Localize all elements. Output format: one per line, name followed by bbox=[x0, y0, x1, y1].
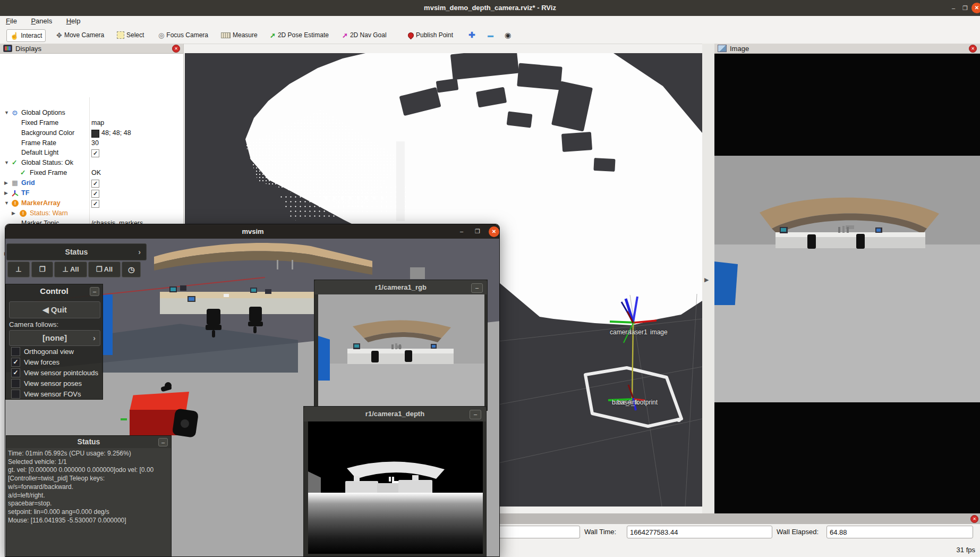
tree-row-fixed-frame-status[interactable]: ✓ Fixed Frame OK bbox=[0, 168, 183, 178]
green-arrow-icon: ➚ bbox=[270, 32, 276, 39]
window-titlebar: mvsim_demo_depth_camera.rviz* - RViz – ❐… bbox=[0, 0, 980, 16]
rgb-desk-items bbox=[395, 343, 397, 349]
status-log-lines: Time: 01min 05.992s (CPU usage: 9.256%) … bbox=[8, 450, 169, 556]
tree-row-global-status[interactable]: ▼ ✓ Global Status: Ok bbox=[0, 158, 183, 168]
orthogonal-view-checkbox[interactable] bbox=[11, 347, 20, 356]
camera-view-button[interactable]: ◉ bbox=[501, 29, 514, 41]
depth-desk-shape bbox=[345, 481, 378, 494]
interact-button[interactable]: ☝ Interact bbox=[6, 29, 46, 42]
collapse-arrow-icon[interactable]: ▶ bbox=[704, 276, 709, 283]
image-panel-header[interactable]: Image bbox=[714, 44, 980, 54]
camera-rgb-minimize-button[interactable]: – bbox=[471, 283, 483, 293]
default-light-checkbox[interactable]: ✓ bbox=[91, 149, 99, 157]
clock-button[interactable]: ◷ bbox=[122, 261, 141, 277]
camera-depth-title: r1/camera1_depth bbox=[304, 407, 486, 421]
grid-checkbox[interactable]: ✓ bbox=[91, 180, 99, 188]
rgb-desk-top bbox=[347, 349, 454, 353]
view-sensor-fovs-checkbox[interactable] bbox=[11, 390, 20, 399]
tree-row-tf[interactable]: ▶ TF ✓ bbox=[0, 188, 183, 198]
mvsim-minimize-icon[interactable]: – bbox=[457, 227, 466, 235]
hand-pointer-icon: ☝ bbox=[10, 32, 19, 39]
status-log-panel: Status – Time: 01min 05.992s (CPU usage:… bbox=[6, 435, 172, 557]
pose-estimate-button[interactable]: ➚ 2D Pose Estimate bbox=[267, 29, 332, 41]
office-chair bbox=[207, 309, 220, 325]
window-minimize-icon[interactable]: – bbox=[949, 4, 958, 12]
tree-row-fixed-frame[interactable]: Fixed Frame map bbox=[0, 118, 183, 128]
view-forces-checkbox[interactable]: ✓ bbox=[11, 358, 20, 367]
window-maximize-icon[interactable]: ❐ bbox=[960, 4, 970, 12]
monitor-screen bbox=[251, 289, 256, 292]
wall-elapsed-field[interactable] bbox=[826, 526, 973, 538]
view-sensor-poses-checkbox[interactable] bbox=[11, 379, 20, 388]
tree-row-markerarray[interactable]: ▼ ! MarkerArray ✓ bbox=[0, 198, 183, 208]
menu-file[interactable]: File bbox=[1, 16, 22, 26]
view-sensor-pointclouds-checkbox[interactable]: ✓ bbox=[11, 368, 20, 377]
window-button[interactable]: ❐ bbox=[31, 261, 53, 277]
eye-icon: ◉ bbox=[505, 31, 511, 39]
move-camera-icon: ✥ bbox=[56, 32, 62, 39]
tree-row-grid[interactable]: ▶ ▦ Grid ✓ bbox=[0, 178, 183, 188]
fps-counter: 31 fps bbox=[935, 543, 975, 556]
time-panel-close-icon[interactable] bbox=[970, 515, 978, 523]
depth-desk-shape bbox=[398, 480, 432, 494]
window-close-icon[interactable]: ✕ bbox=[972, 3, 980, 13]
dock-all-button[interactable]: ⊥ All bbox=[54, 261, 87, 277]
ruler-icon bbox=[221, 32, 231, 38]
mvsim-maximize-icon[interactable]: ❐ bbox=[473, 227, 482, 235]
status-log-header[interactable]: Status – bbox=[6, 436, 171, 448]
mvsim-close-icon[interactable]: ✕ bbox=[489, 226, 499, 237]
displays-close-icon[interactable] bbox=[172, 45, 180, 53]
measure-button[interactable]: Measure bbox=[218, 29, 261, 41]
move-camera-button[interactable]: ✥ Move Camera bbox=[53, 29, 107, 41]
tf-checkbox[interactable]: ✓ bbox=[91, 190, 99, 198]
markerarray-checkbox[interactable]: ✓ bbox=[91, 200, 99, 208]
wall-time-field[interactable] bbox=[627, 526, 772, 538]
image-close-icon[interactable] bbox=[969, 45, 977, 53]
remove-display-button[interactable]: ▬ bbox=[484, 29, 497, 41]
camera-rgb-window[interactable]: r1/camera1_rgb – bbox=[314, 280, 488, 411]
control-panel: Control – ◀ Quit Camera follows: [none] … bbox=[5, 284, 103, 400]
panel-separator[interactable]: ▶ bbox=[702, 44, 714, 513]
tree-row-status-warn[interactable]: ▶ ! Status: Warn bbox=[0, 208, 183, 218]
tree-row-default-light[interactable]: Default Light ✓ bbox=[0, 148, 183, 158]
monitor bbox=[180, 285, 186, 291]
rgb-monitor-screen bbox=[354, 344, 359, 348]
log-line: [Controller=twist_pid] Teleop keys: bbox=[8, 475, 169, 483]
camera-follows-dropdown[interactable]: [none] › bbox=[9, 330, 100, 346]
control-minimize-button[interactable]: – bbox=[90, 287, 99, 296]
grid-icon: ▦ bbox=[12, 178, 18, 188]
menu-panels[interactable]: Panels bbox=[26, 16, 57, 26]
camera-depth-minimize-button[interactable]: – bbox=[470, 410, 481, 419]
rviz-app: mvsim_demo_depth_camera.rviz* - RViz – ❐… bbox=[0, 0, 980, 557]
mvsim-window[interactable]: mvsim – ❐ ✕ bbox=[5, 224, 500, 557]
menu-help[interactable]: Help bbox=[62, 16, 86, 26]
monitor-screen bbox=[876, 229, 881, 232]
log-line: w/s=forward/backward. bbox=[8, 483, 169, 492]
depth-desk-post bbox=[392, 477, 394, 482]
displays-panel-header[interactable]: Displays bbox=[0, 44, 183, 54]
select-button[interactable]: Select bbox=[114, 29, 147, 41]
focus-camera-button[interactable]: ◎ Focus Camera bbox=[155, 29, 211, 41]
hanging-block bbox=[410, 267, 425, 279]
camera-depth-window[interactable]: r1/camera1_depth – bbox=[303, 406, 487, 557]
office-chair bbox=[807, 234, 816, 249]
image-panel-title: Image bbox=[730, 45, 749, 53]
publish-point-button[interactable]: Publish Point bbox=[405, 29, 456, 41]
mvsim-titlebar[interactable]: mvsim – ❐ ✕ bbox=[5, 224, 500, 239]
desk-papers bbox=[224, 294, 229, 297]
status-dropdown-button[interactable]: Status › bbox=[6, 243, 147, 260]
window-all-button[interactable]: ❐ All bbox=[88, 261, 121, 277]
dock-button[interactable]: ⊥ bbox=[7, 261, 30, 277]
camera-rgb-title: r1/camera1_rgb bbox=[314, 280, 487, 294]
tree-row-global-options[interactable]: ▼ ⚙ Global Options bbox=[0, 108, 183, 118]
log-line: Selected vehicle: 1/1 bbox=[8, 458, 169, 467]
nav-goal-button[interactable]: ➚ 2D Nav Goal bbox=[339, 29, 390, 41]
log-line: a/d=left/right. bbox=[8, 492, 169, 500]
status-log-minimize-button[interactable]: – bbox=[158, 438, 168, 446]
tree-row-background-color[interactable]: Background Color 48; 48; 48 bbox=[0, 128, 183, 138]
tree-row-frame-rate[interactable]: Frame Rate 30 bbox=[0, 138, 183, 148]
quit-button[interactable]: ◀ Quit bbox=[9, 301, 100, 318]
rgb-office-chair bbox=[405, 350, 412, 362]
monitor-screen bbox=[171, 288, 176, 291]
add-display-button[interactable]: ✚ bbox=[465, 29, 479, 41]
